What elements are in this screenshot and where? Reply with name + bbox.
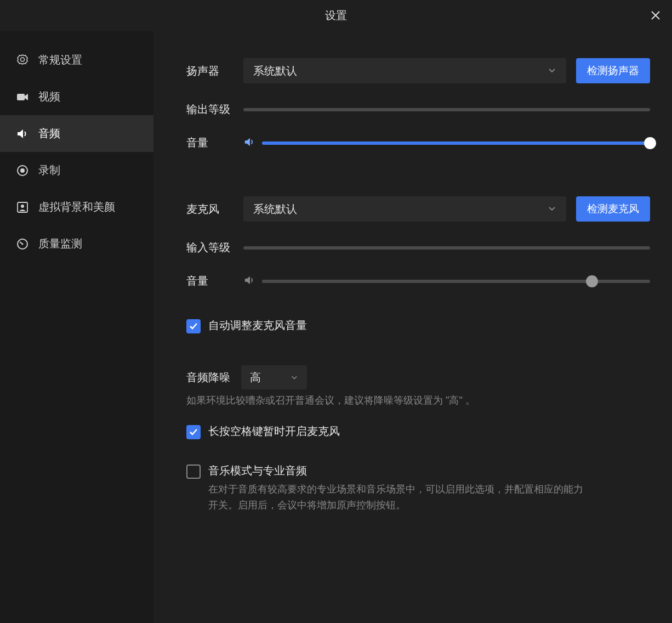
volume-icon — [243, 274, 255, 288]
sidebar-item-label: 常规设置 — [38, 53, 82, 67]
microphone-volume-slider[interactable] — [262, 280, 650, 283]
check-icon — [189, 427, 198, 437]
sidebar-item-general[interactable]: 常规设置 — [0, 42, 153, 78]
sidebar-item-label: 虚拟背景和美颜 — [38, 200, 115, 214]
chevron-down-icon — [291, 371, 298, 384]
speaker-volume-label: 音量 — [186, 135, 234, 150]
video-icon — [15, 90, 30, 104]
svg-rect-1 — [17, 94, 25, 100]
microphone-select-value: 系统默认 — [253, 202, 297, 217]
sidebar-item-label: 录制 — [38, 163, 60, 178]
microphone-label: 麦克风 — [186, 202, 234, 217]
noise-reduction-label: 音频降噪 — [186, 370, 230, 385]
push-to-talk-checkbox[interactable] — [186, 425, 201, 439]
speaker-output-level — [243, 108, 650, 111]
svg-point-7 — [22, 243, 24, 245]
microphone-input-level — [243, 246, 650, 250]
microphone-volume-label: 音量 — [186, 274, 234, 288]
check-icon — [189, 321, 198, 331]
speaker-select[interactable]: 系统默认 — [243, 58, 566, 83]
music-mode-sublabel: 在对于音质有较高要求的专业场景和音乐场景中，可以启用此选项，并配置相应的能力开关… — [208, 482, 592, 513]
push-to-talk-label: 长按空格键暂时开启麦克风 — [208, 424, 340, 439]
noise-reduction-select[interactable]: 高 — [241, 365, 307, 389]
test-microphone-button[interactable]: 检测麦克风 — [576, 196, 650, 222]
noise-reduction-hint: 如果环境比较嘈杂或召开普通会议，建议将降噪等级设置为 "高" 。 — [186, 393, 650, 409]
person-icon — [15, 200, 30, 214]
sidebar-item-audio[interactable]: 音频 — [0, 115, 153, 152]
main-panel: 扬声器 系统默认 检测扬声器 输出等级 音量 — [153, 31, 672, 623]
close-icon — [650, 10, 661, 21]
svg-point-0 — [21, 58, 25, 61]
sidebar-item-record[interactable]: 录制 — [0, 152, 153, 189]
auto-adjust-checkbox[interactable] — [186, 319, 201, 333]
speaker-volume-slider[interactable] — [262, 141, 650, 145]
noise-reduction-value: 高 — [250, 370, 261, 385]
sidebar-item-background[interactable]: 虚拟背景和美颜 — [0, 189, 153, 225]
speaker-label: 扬声器 — [186, 64, 234, 78]
svg-point-3 — [20, 168, 25, 173]
music-mode-label: 音乐模式与专业音频 — [208, 463, 592, 478]
speaker-select-value: 系统默认 — [253, 64, 297, 78]
test-speaker-button[interactable]: 检测扬声器 — [576, 58, 650, 83]
chevron-down-icon — [548, 65, 556, 77]
titlebar-title: 设置 — [325, 8, 347, 23]
output-level-label: 输出等级 — [186, 102, 234, 117]
chevron-down-icon — [548, 203, 556, 216]
sidebar-item-quality[interactable]: 质量监测 — [0, 225, 153, 262]
gear-icon — [15, 53, 30, 67]
svg-point-5 — [21, 205, 24, 208]
titlebar: 设置 — [0, 0, 672, 31]
music-mode-checkbox[interactable] — [186, 465, 201, 479]
microphone-select[interactable]: 系统默认 — [243, 196, 566, 222]
sidebar: 常规设置 视频 音频 录制 虚拟背景和美颜 — [0, 31, 153, 623]
sidebar-item-label: 视频 — [38, 89, 60, 104]
record-icon — [15, 163, 30, 178]
sidebar-item-label: 质量监测 — [38, 236, 82, 251]
sidebar-item-label: 音频 — [38, 126, 60, 141]
sidebar-item-video[interactable]: 视频 — [0, 78, 153, 115]
volume-icon — [243, 136, 255, 150]
close-button[interactable] — [648, 8, 663, 23]
input-level-label: 输入等级 — [186, 240, 234, 255]
speaker-icon — [15, 127, 30, 141]
auto-adjust-label: 自动调整麦克风音量 — [208, 318, 307, 333]
gauge-icon — [15, 237, 30, 251]
